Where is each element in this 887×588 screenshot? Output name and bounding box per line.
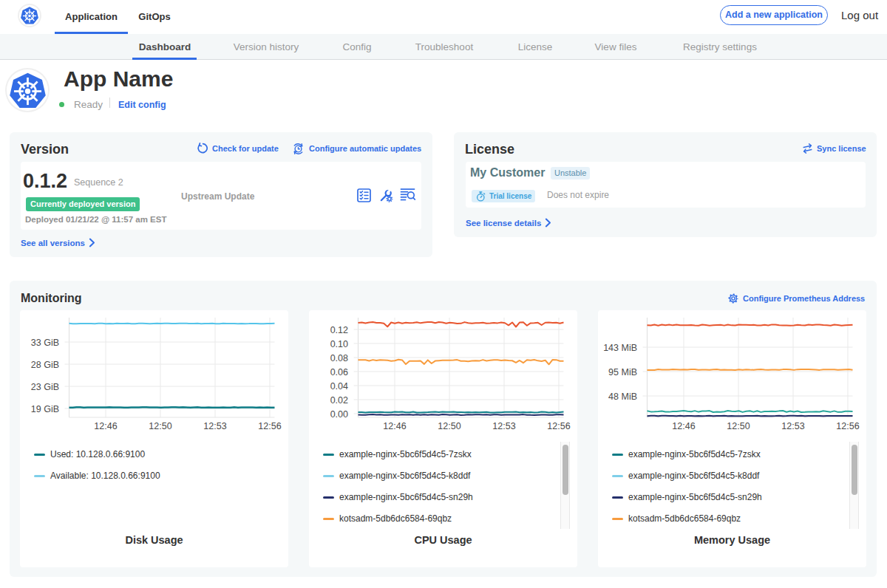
svg-text:0.04: 0.04 bbox=[330, 381, 348, 392]
svg-text:23 GiB: 23 GiB bbox=[31, 382, 59, 392]
svg-text:0.10: 0.10 bbox=[330, 339, 348, 349]
svg-text:12:46: 12:46 bbox=[94, 421, 117, 431]
svg-text:28 GiB: 28 GiB bbox=[31, 360, 59, 370]
svg-text:0.08: 0.08 bbox=[330, 353, 348, 363]
svg-text:12:53: 12:53 bbox=[492, 421, 515, 431]
svg-text:12:53: 12:53 bbox=[203, 421, 226, 431]
svg-text:48 MiB: 48 MiB bbox=[608, 392, 637, 402]
svg-text:0.00: 0.00 bbox=[330, 409, 348, 420]
svg-text:12:56: 12:56 bbox=[547, 421, 570, 431]
svg-text:33 GiB: 33 GiB bbox=[31, 338, 59, 348]
svg-text:19 GiB: 19 GiB bbox=[31, 404, 59, 414]
svg-text:143 MiB: 143 MiB bbox=[603, 343, 637, 353]
svg-text:95 MiB: 95 MiB bbox=[608, 367, 637, 377]
svg-text:0.12: 0.12 bbox=[330, 325, 348, 335]
svg-text:12:50: 12:50 bbox=[149, 421, 171, 431]
svg-text:12:53: 12:53 bbox=[781, 421, 804, 431]
svg-text:12:50: 12:50 bbox=[438, 421, 461, 431]
svg-text:0.02: 0.02 bbox=[330, 395, 348, 406]
svg-text:12:56: 12:56 bbox=[258, 421, 281, 431]
svg-text:12:46: 12:46 bbox=[383, 421, 406, 431]
svg-text:12:56: 12:56 bbox=[836, 421, 859, 431]
svg-text:0.06: 0.06 bbox=[330, 367, 348, 377]
svg-text:12:46: 12:46 bbox=[672, 421, 695, 431]
svg-text:12:50: 12:50 bbox=[727, 421, 750, 431]
